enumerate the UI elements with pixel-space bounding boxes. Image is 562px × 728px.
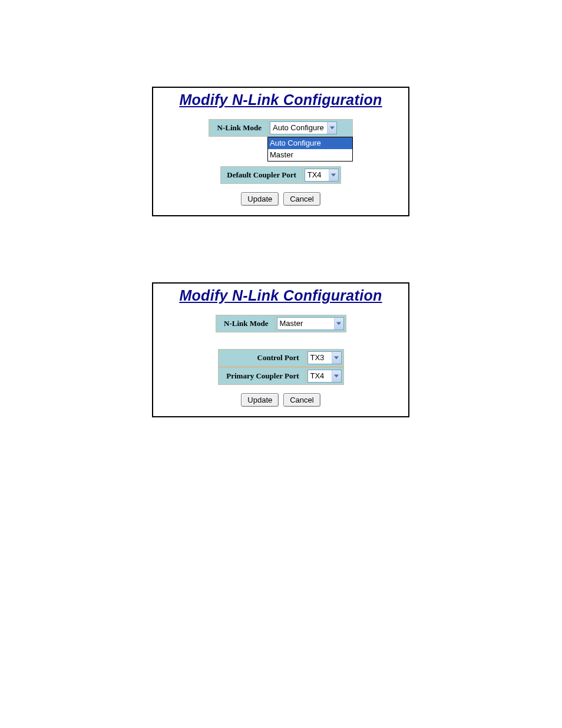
- page-title: Modify N-Link Configuration: [159, 91, 402, 108]
- update-button[interactable]: Update: [241, 393, 279, 407]
- default-coupler-select-value: TX4: [308, 169, 328, 181]
- nlink-mode-select[interactable]: Master: [277, 317, 344, 330]
- config-panel-master: Modify N-Link Configuration N-Link Mode …: [152, 282, 409, 417]
- default-coupler-label: Default Coupler Port: [221, 167, 302, 183]
- control-port-row: Control Port TX3: [218, 349, 344, 367]
- chevron-down-icon: [332, 370, 341, 382]
- control-port-select-value: TX3: [310, 352, 330, 364]
- nlink-mode-dropdown: Auto Configure Master: [267, 137, 353, 162]
- control-port-label: Control Port: [219, 350, 306, 366]
- update-button[interactable]: Update: [241, 192, 279, 206]
- chevron-down-icon: [332, 352, 341, 364]
- nlink-mode-label: N-Link Mode: [209, 120, 268, 136]
- control-port-select[interactable]: TX3: [308, 351, 342, 364]
- nlink-mode-row: N-Link Mode Auto Configure: [209, 119, 353, 137]
- nlink-mode-select-value: Master: [280, 318, 333, 330]
- primary-coupler-label: Primary Coupler Port: [219, 367, 306, 384]
- nlink-mode-row: N-Link Mode Master: [216, 315, 346, 332]
- page-title: Modify N-Link Configuration: [159, 287, 402, 304]
- cancel-button[interactable]: Cancel: [283, 192, 320, 206]
- nlink-mode-option-master[interactable]: Master: [268, 149, 352, 161]
- primary-coupler-row: Primary Coupler Port TX4: [218, 367, 344, 385]
- chevron-down-icon: [327, 122, 336, 134]
- nlink-mode-select-value: Auto Configure: [273, 122, 326, 134]
- primary-coupler-select-value: TX4: [310, 370, 330, 382]
- chevron-down-icon: [329, 169, 338, 181]
- default-coupler-select[interactable]: TX4: [305, 169, 339, 182]
- chevron-down-icon: [334, 318, 343, 330]
- default-coupler-row: Default Coupler Port TX4: [220, 166, 340, 184]
- nlink-mode-select[interactable]: Auto Configure: [270, 121, 337, 134]
- nlink-mode-label: N-Link Mode: [216, 315, 275, 332]
- config-panel-autoconfigure: Modify N-Link Configuration N-Link Mode …: [152, 87, 409, 216]
- primary-coupler-select[interactable]: TX4: [308, 370, 342, 383]
- nlink-mode-option-autoconfigure[interactable]: Auto Configure: [268, 137, 352, 149]
- cancel-button[interactable]: Cancel: [283, 393, 320, 407]
